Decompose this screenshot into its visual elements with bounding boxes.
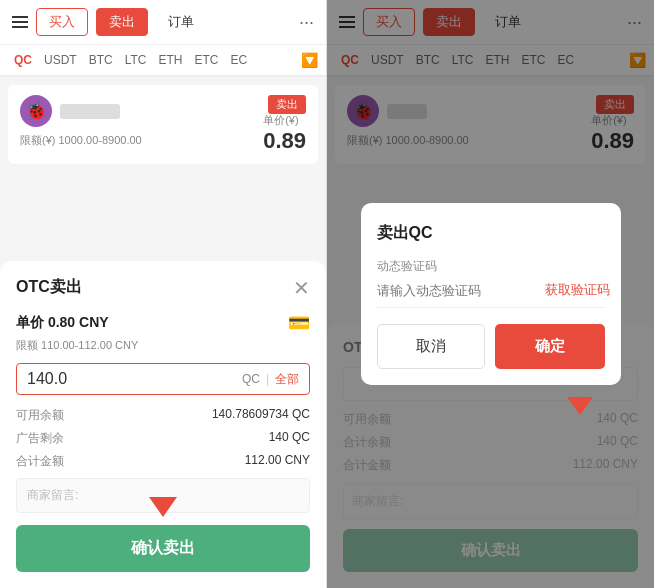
otc-close-button[interactable]: ✕ [293, 278, 310, 298]
left-top-nav: 买入 卖出 订单 ··· [0, 0, 326, 45]
otc-currency-label: QC [242, 372, 260, 386]
otc-adremain-row: 广告剩余 140 QC [16, 430, 310, 447]
more-icon[interactable]: ··· [299, 12, 314, 33]
tab-etc[interactable]: ETC [188, 45, 224, 75]
hamburger-icon[interactable] [12, 16, 28, 28]
dialog-arrow-indicator [567, 397, 593, 415]
otc-price-row: 单价 0.80 CNY 💳 [16, 312, 310, 334]
adremain-value: 140 QC [269, 430, 310, 447]
tab-ltc[interactable]: LTC [119, 45, 153, 75]
tab-eth[interactable]: ETH [152, 45, 188, 75]
otc-form-overlay: OTC卖出 ✕ 单价 0.80 CNY 💳 限额 110.00-112.00 C… [0, 261, 326, 588]
right-panel: 买入 卖出 订单 ··· QC USDT BTC LTC ETH ETC EC … [327, 0, 654, 588]
available-value: 140.78609734 QC [212, 407, 310, 424]
listing-sell-badge: 卖出 [268, 95, 306, 114]
otc-form-title: OTC卖出 [16, 277, 82, 298]
dialog-confirm-button[interactable]: 确定 [495, 324, 605, 369]
dialog-arrow-down-icon [567, 397, 593, 415]
total-value: 112.00 CNY [245, 453, 310, 470]
available-label: 可用余额 [16, 407, 64, 424]
bank-icon[interactable]: 💳 [288, 312, 310, 334]
otc-input-row: QC | 全部 [16, 363, 310, 395]
arrow-down-icon [149, 497, 177, 517]
verify-code-input[interactable] [377, 283, 545, 298]
buy-button[interactable]: 买入 [36, 8, 88, 36]
otc-total-row: 合计金额 112.00 CNY [16, 453, 310, 470]
listing-card: 🐞 卖出 限额(¥) 1000.00-8900.00 单价(¥) 0.89 [8, 85, 318, 164]
tab-btc[interactable]: BTC [83, 45, 119, 75]
tab-qc[interactable]: QC [8, 45, 38, 77]
tab-usdt[interactable]: USDT [38, 45, 83, 75]
otc-form-header: OTC卖出 ✕ [16, 277, 310, 298]
filter-icon[interactable]: 🔽 [301, 52, 318, 68]
left-tab-bar: QC USDT BTC LTC ETH ETC EC 🔽 [0, 45, 326, 77]
tab-ec[interactable]: EC [224, 45, 253, 75]
arrow-indicator [149, 497, 177, 517]
dialog-title: 卖出QC [377, 223, 605, 244]
total-label: 合计金额 [16, 453, 64, 470]
confirm-sell-container: 确认卖出 [16, 525, 310, 572]
dialog-cancel-button[interactable]: 取消 [377, 324, 485, 369]
otc-all-button[interactable]: 全部 [275, 371, 299, 388]
get-code-button[interactable]: 获取验证码 [545, 281, 610, 299]
listing-price-value: 0.89 [263, 128, 306, 154]
dialog-btn-row: 取消 确定 [377, 324, 605, 369]
otc-amount-input[interactable] [27, 370, 242, 388]
left-panel: 买入 卖出 订单 ··· QC USDT BTC LTC ETH ETC EC … [0, 0, 327, 588]
dialog-backdrop: 卖出QC 动态验证码 获取验证码 取消 确定 [327, 0, 654, 588]
verify-dialog: 卖出QC 动态验证码 获取验证码 取消 确定 [361, 203, 621, 385]
listing-name [60, 104, 120, 119]
otc-input-suffix: QC | 全部 [242, 371, 299, 388]
otc-available-row: 可用余额 140.78609734 QC [16, 407, 310, 424]
dialog-field-label: 动态验证码 [377, 258, 605, 275]
dialog-input-row: 获取验证码 [377, 281, 605, 308]
order-button[interactable]: 订单 [156, 9, 206, 35]
adremain-label: 广告剩余 [16, 430, 64, 447]
otc-price-label: 单价 0.80 CNY [16, 314, 109, 332]
confirm-sell-button[interactable]: 确认卖出 [16, 525, 310, 572]
avatar: 🐞 [20, 95, 52, 127]
sell-button[interactable]: 卖出 [96, 8, 148, 36]
listing-price: 单价(¥) 0.89 [263, 113, 306, 154]
otc-limit-text: 限额 110.00-112.00 CNY [16, 338, 310, 353]
